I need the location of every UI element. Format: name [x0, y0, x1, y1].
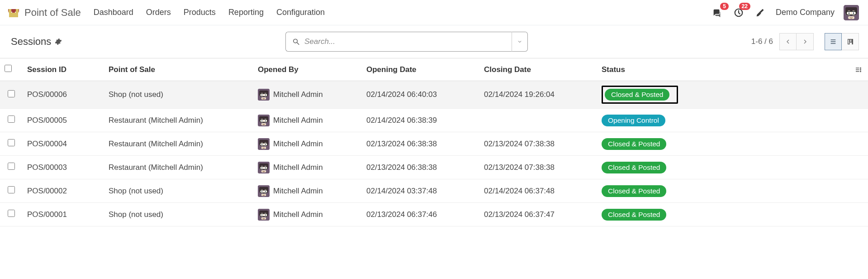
cell-status: Closed & Posted — [597, 203, 850, 226]
cell-closing-date: 02/14/2024 19:26:04 — [479, 81, 597, 109]
cell-closing-date: 02/13/2024 07:38:38 — [479, 132, 597, 156]
cell-status: Closed & Posted — [597, 81, 850, 109]
row-checkbox[interactable] — [8, 186, 15, 193]
user-avatar-icon — [258, 115, 270, 126]
breadcrumb-title: Sessions — [11, 36, 51, 48]
svg-line-16 — [297, 43, 299, 44]
app-logo-icon — [7, 6, 20, 19]
columns-config-icon[interactable] — [854, 66, 863, 74]
cell-session-id: POS/00004 — [23, 132, 104, 156]
table-row[interactable]: POS/00001Shop (not used)Mitchell Admin02… — [0, 203, 868, 226]
gear-icon[interactable] — [55, 38, 62, 45]
opened-by-name: Mitchell Admin — [273, 163, 323, 172]
view-list[interactable] — [825, 33, 842, 50]
svg-rect-19 — [852, 39, 853, 44]
cell-opening-date: 02/13/2024 06:37:46 — [362, 203, 479, 226]
cell-opened-by: Mitchell Admin — [253, 109, 362, 132]
nav-reporting[interactable]: Reporting — [228, 8, 264, 17]
messages-icon[interactable]: 5 — [711, 6, 723, 19]
cell-closing-date: 02/13/2024 06:37:47 — [479, 203, 597, 226]
pager-text[interactable]: 1-6 / 6 — [751, 37, 773, 46]
pager-prev[interactable] — [779, 33, 797, 50]
search-input[interactable] — [304, 37, 507, 46]
pager-next[interactable] — [797, 33, 814, 50]
user-avatar-icon — [258, 209, 270, 221]
control-bar: Sessions 1-6 / 6 — [0, 25, 868, 58]
nav-links: Dashboard Orders Products Reporting Conf… — [94, 8, 325, 17]
cell-opening-date: 02/13/2024 06:38:38 — [362, 156, 479, 179]
opened-by-name: Mitchell Admin — [273, 187, 323, 196]
svg-rect-11 — [12, 9, 15, 13]
svg-rect-10 — [9, 9, 11, 13]
svg-rect-12 — [16, 9, 19, 13]
col-opening-date[interactable]: Opening Date — [362, 58, 479, 81]
opened-by-name: Mitchell Admin — [273, 116, 323, 125]
table-row[interactable]: POS/00004Restaurant (Mitchell Admin)Mitc… — [0, 132, 868, 156]
top-nav: Point of Sale Dashboard Orders Products … — [0, 0, 868, 25]
search-box[interactable] — [285, 32, 512, 52]
col-closing-date[interactable]: Closing Date — [479, 58, 597, 81]
user-avatar[interactable] — [844, 5, 859, 20]
table-row[interactable]: POS/00005Restaurant (Mitchell Admin)Mitc… — [0, 109, 868, 132]
row-checkbox[interactable] — [8, 115, 15, 123]
cell-opened-by: Mitchell Admin — [253, 81, 362, 109]
cell-point-of-sale: Restaurant (Mitchell Admin) — [104, 132, 253, 156]
col-opened-by[interactable]: Opened By — [253, 58, 362, 81]
company-selector[interactable]: Demo Company — [776, 8, 835, 17]
user-avatar-icon — [258, 138, 270, 150]
cell-session-id: POS/00003 — [23, 156, 104, 179]
cell-opened-by: Mitchell Admin — [253, 156, 362, 179]
status-badge: Opening Control — [602, 115, 665, 126]
nav-orders[interactable]: Orders — [146, 8, 171, 17]
nav-dashboard[interactable]: Dashboard — [94, 8, 133, 17]
row-checkbox[interactable] — [8, 210, 15, 217]
cell-closing-date — [479, 109, 597, 132]
svg-point-15 — [294, 39, 297, 43]
list-icon — [830, 38, 837, 45]
status-badge: Closed & Posted — [605, 89, 669, 101]
user-avatar-icon — [258, 89, 270, 101]
activities-icon[interactable]: 22 — [732, 6, 745, 19]
col-session-id[interactable]: Session ID — [23, 58, 104, 81]
pager-buttons — [779, 33, 814, 50]
cell-opening-date: 02/14/2024 06:40:03 — [362, 81, 479, 109]
table-header-row: Session ID Point of Sale Opened By Openi… — [0, 58, 868, 81]
cell-status: Closed & Posted — [597, 156, 850, 179]
svg-rect-13 — [9, 13, 18, 17]
nav-products[interactable]: Products — [184, 8, 216, 17]
topnav-right: 5 22 Demo Company — [711, 5, 859, 20]
user-avatar-icon — [258, 162, 270, 173]
row-checkbox[interactable] — [8, 90, 15, 97]
tools-icon[interactable] — [754, 6, 767, 19]
cell-session-id: POS/00006 — [23, 81, 104, 109]
cell-session-id: POS/00002 — [23, 179, 104, 203]
view-kanban[interactable] — [842, 33, 859, 50]
table-row[interactable]: POS/00006Shop (not used)Mitchell Admin02… — [0, 81, 868, 109]
cell-point-of-sale: Restaurant (Mitchell Admin) — [104, 156, 253, 179]
select-all-checkbox[interactable] — [5, 65, 12, 72]
svg-point-21 — [860, 69, 861, 70]
chevron-down-icon — [517, 39, 522, 44]
col-point-of-sale[interactable]: Point of Sale — [104, 58, 253, 81]
cell-status: Closed & Posted — [597, 132, 850, 156]
status-badge: Closed & Posted — [602, 209, 666, 221]
app-title[interactable]: Point of Sale — [24, 7, 81, 19]
search-dropdown[interactable] — [512, 32, 528, 52]
cell-opening-date: 02/14/2024 06:38:39 — [362, 109, 479, 132]
nav-configuration[interactable]: Configuration — [276, 8, 325, 17]
cell-opening-date: 02/13/2024 06:38:38 — [362, 132, 479, 156]
search-icon — [292, 38, 300, 46]
cell-opened-by: Mitchell Admin — [253, 203, 362, 226]
table-row[interactable]: POS/00002Shop (not used)Mitchell Admin02… — [0, 179, 868, 203]
chevron-right-icon — [802, 38, 809, 45]
table-row[interactable]: POS/00003Restaurant (Mitchell Admin)Mitc… — [0, 156, 868, 179]
col-status[interactable]: Status — [597, 58, 850, 81]
row-checkbox[interactable] — [8, 139, 15, 146]
kanban-icon — [847, 38, 854, 45]
cell-session-id: POS/00005 — [23, 109, 104, 132]
cell-opened-by: Mitchell Admin — [253, 132, 362, 156]
cell-opened-by: Mitchell Admin — [253, 179, 362, 203]
cell-session-id: POS/00001 — [23, 203, 104, 226]
row-checkbox[interactable] — [8, 163, 15, 170]
status-badge: Closed & Posted — [602, 138, 666, 150]
